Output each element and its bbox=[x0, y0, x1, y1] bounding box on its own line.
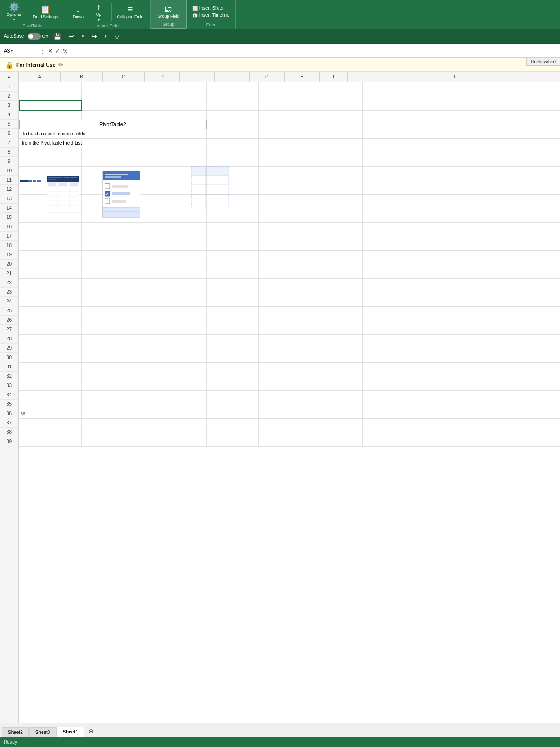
cell-f7[interactable] bbox=[310, 138, 362, 148]
cell-d12[interactable] bbox=[206, 185, 258, 194]
cell-e20[interactable] bbox=[258, 260, 310, 269]
cell-g14[interactable] bbox=[362, 204, 414, 213]
cell-e15[interactable] bbox=[258, 213, 310, 222]
cell-g6[interactable] bbox=[362, 129, 414, 138]
cell-a18[interactable] bbox=[19, 241, 82, 250]
cell-g1[interactable] bbox=[362, 82, 414, 92]
cell-a22[interactable] bbox=[19, 278, 82, 288]
cell-a7[interactable]: from the PivotTable Field List bbox=[19, 138, 206, 148]
cell-a14[interactable] bbox=[19, 204, 82, 213]
cell-a38[interactable] bbox=[19, 428, 82, 437]
cell-h1[interactable] bbox=[414, 82, 466, 92]
cell-e10[interactable] bbox=[258, 166, 310, 176]
cell-b9[interactable] bbox=[82, 157, 144, 166]
cell-i11[interactable] bbox=[466, 176, 508, 185]
cell-g12[interactable] bbox=[362, 185, 414, 194]
cell-a20[interactable] bbox=[19, 260, 82, 269]
cell-c11[interactable] bbox=[144, 176, 206, 185]
cell-c18[interactable] bbox=[144, 241, 206, 250]
cell-e17[interactable] bbox=[258, 232, 310, 241]
cell-j8[interactable] bbox=[508, 148, 560, 157]
cell-j9[interactable] bbox=[508, 157, 560, 166]
cell-a28[interactable] bbox=[19, 334, 82, 344]
cell-f1[interactable] bbox=[310, 82, 362, 92]
col-header-i[interactable]: I bbox=[320, 72, 348, 82]
cell-j5[interactable] bbox=[508, 120, 560, 129]
cell-f8[interactable] bbox=[310, 148, 362, 157]
cell-a3[interactable] bbox=[19, 101, 82, 110]
cell-h5[interactable] bbox=[414, 120, 466, 129]
cell-a37[interactable] bbox=[19, 418, 82, 428]
cell-d9[interactable] bbox=[206, 157, 258, 166]
cell-b18[interactable] bbox=[82, 241, 144, 250]
cell-e6[interactable] bbox=[258, 129, 310, 138]
cell-g5[interactable] bbox=[362, 120, 414, 129]
cell-h13[interactable] bbox=[414, 194, 466, 204]
col-header-c[interactable]: C bbox=[103, 72, 145, 82]
cell-j7[interactable] bbox=[508, 138, 560, 148]
row-1[interactable]: 1 bbox=[0, 82, 18, 92]
cell-a6[interactable]: To build a report, choose fields bbox=[19, 129, 206, 138]
cell-i12[interactable] bbox=[466, 185, 508, 194]
cell-f4[interactable] bbox=[310, 110, 362, 120]
cell-h11[interactable] bbox=[414, 176, 466, 185]
cell-e2[interactable] bbox=[258, 92, 310, 101]
cell-a5[interactable]: PivotTable2 bbox=[19, 120, 206, 129]
customize-icon[interactable]: ▽ bbox=[112, 32, 121, 41]
cell-d4[interactable] bbox=[206, 110, 258, 120]
cell-j6[interactable] bbox=[508, 129, 560, 138]
cell-d20[interactable] bbox=[206, 260, 258, 269]
cell-c14[interactable] bbox=[144, 204, 206, 213]
row-2[interactable]: 2 bbox=[0, 92, 18, 101]
cell-f20[interactable] bbox=[310, 260, 362, 269]
cell-e8[interactable] bbox=[258, 148, 310, 157]
cell-a2[interactable] bbox=[19, 92, 82, 101]
cell-d16[interactable] bbox=[206, 222, 258, 232]
cell-i5[interactable] bbox=[466, 120, 508, 129]
cell-j4[interactable] bbox=[508, 110, 560, 120]
cell-a26[interactable] bbox=[19, 316, 82, 325]
cell-j17[interactable] bbox=[508, 232, 560, 241]
col-header-b[interactable]: B bbox=[61, 72, 103, 82]
cell-b14[interactable] bbox=[82, 204, 144, 213]
cell-e16[interactable] bbox=[258, 222, 310, 232]
cell-d3[interactable] bbox=[206, 101, 258, 110]
row-28[interactable]: 28 bbox=[0, 334, 18, 344]
cell-i9[interactable] bbox=[466, 157, 508, 166]
cell-j12[interactable] bbox=[508, 185, 560, 194]
cell-c3[interactable] bbox=[144, 101, 206, 110]
cell-f12[interactable] bbox=[310, 185, 362, 194]
cell-b11[interactable] bbox=[82, 176, 144, 185]
col-header-h[interactable]: H bbox=[285, 72, 320, 82]
cell-i16[interactable] bbox=[466, 222, 508, 232]
cell-h19[interactable] bbox=[414, 250, 466, 260]
cell-h20[interactable] bbox=[414, 260, 466, 269]
collapse-field-button[interactable]: ≡ Collapse Field bbox=[114, 4, 147, 20]
cell-a15[interactable] bbox=[19, 213, 82, 222]
row-4[interactable]: 4 bbox=[0, 110, 18, 120]
cell-a9[interactable] bbox=[19, 157, 82, 166]
cell-a19[interactable] bbox=[19, 250, 82, 260]
cell-a12[interactable] bbox=[19, 185, 82, 194]
cell-i2[interactable] bbox=[466, 92, 508, 101]
cell-j11[interactable] bbox=[508, 176, 560, 185]
cell-b20[interactable] bbox=[82, 260, 144, 269]
row-20[interactable]: 20 bbox=[0, 260, 18, 269]
row-21[interactable]: 21 bbox=[0, 269, 18, 278]
cell-a27[interactable] bbox=[19, 325, 82, 334]
cell-a11[interactable] bbox=[19, 176, 82, 185]
cell-g15[interactable] bbox=[362, 213, 414, 222]
row-18[interactable]: 18 bbox=[0, 241, 18, 250]
field-settings-button[interactable]: 📋 Field Settings bbox=[30, 4, 61, 20]
cell-a13[interactable] bbox=[19, 194, 82, 204]
cell-d2[interactable] bbox=[206, 92, 258, 101]
cell-i6[interactable] bbox=[466, 129, 508, 138]
cell-g19[interactable] bbox=[362, 250, 414, 260]
cell-i20[interactable] bbox=[466, 260, 508, 269]
cell-i4[interactable] bbox=[466, 110, 508, 120]
row-8[interactable]: 8 bbox=[0, 148, 18, 157]
cell-a25[interactable] bbox=[19, 306, 82, 316]
cell-j13[interactable] bbox=[508, 194, 560, 204]
group-field-button[interactable]: 🗂 Group Field bbox=[155, 4, 182, 20]
cell-ref-dropdown[interactable]: ▾ bbox=[11, 49, 13, 53]
